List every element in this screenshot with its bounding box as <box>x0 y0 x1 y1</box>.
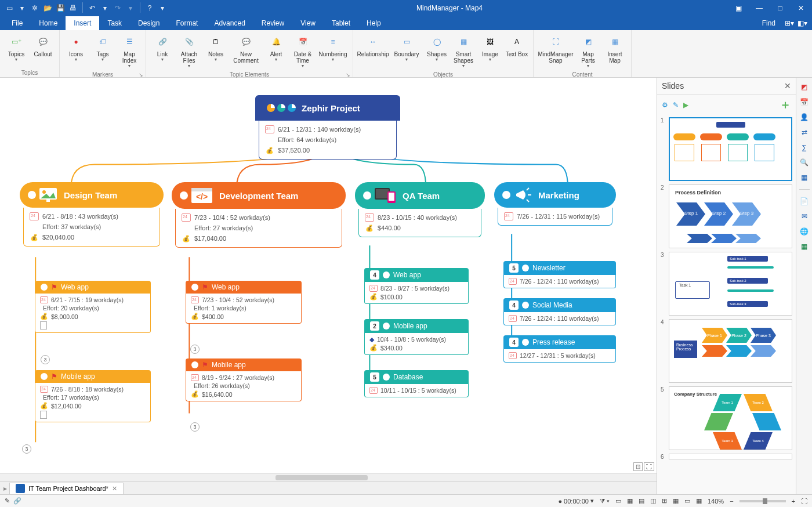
undo-icon[interactable]: ↶ <box>86 2 98 14</box>
side-document-icon[interactable]: 📄 <box>799 195 810 207</box>
tab-task[interactable]: Task <box>99 16 130 30</box>
new-doc-icon[interactable]: ▭ <box>3 2 15 14</box>
status-view4-icon[interactable]: ◫ <box>650 497 656 505</box>
ribbon-smartshapes[interactable]: ▦Smart Shapes▼ <box>451 32 476 69</box>
zoom-out-icon[interactable]: − <box>730 498 733 505</box>
tab-home[interactable]: Home <box>31 16 66 30</box>
tab-nav-icon[interactable]: ▸ <box>3 484 7 492</box>
ribbon-topics[interactable]: ▭⁺Topics▼ <box>3 32 29 63</box>
tab-view[interactable]: View <box>292 16 324 30</box>
count-badge[interactable]: 3 <box>190 422 200 432</box>
slides-close-icon[interactable]: ✕ <box>784 81 791 90</box>
ribbon-options-icon[interactable]: ▣ <box>731 4 746 12</box>
slides-edit-icon[interactable]: ✎ <box>673 101 679 109</box>
canvas-nav-icon[interactable]: ⊡ <box>633 462 643 471</box>
status-view2-icon[interactable]: ▦ <box>627 497 633 505</box>
ribbon-notes[interactable]: 🗒Notes▼ <box>203 32 229 63</box>
status-pointer-icon[interactable]: ✎ <box>5 497 10 505</box>
subtopic-qa-mobile[interactable]: 2Mobile app ◆10/4 - 10/8 : 5 workday(s) … <box>364 319 469 355</box>
tab-close-icon[interactable]: ✕ <box>112 485 117 492</box>
ribbon-relationship[interactable]: ↔Relationship <box>357 32 389 59</box>
ribbon-image[interactable]: 🖼Image▼ <box>477 32 503 63</box>
map-canvas[interactable]: Zephir Project 6/21 - 12/31 : 140 workda… <box>0 78 657 494</box>
count-badge[interactable]: 3 <box>22 444 31 454</box>
tab-review[interactable]: Review <box>253 16 292 30</box>
zoom-in-icon[interactable]: + <box>792 498 795 505</box>
ribbon-shapes[interactable]: ◯Shapes▼ <box>424 32 449 63</box>
ribbon-alert[interactable]: 🔔Alert▼ <box>263 32 289 63</box>
help-dd-icon[interactable]: ▾ <box>157 2 168 14</box>
undo-dd-icon[interactable]: ▾ <box>99 2 111 14</box>
side-search-icon[interactable]: 🔍 <box>799 157 810 168</box>
slides-add-icon[interactable]: ＋ <box>780 97 791 113</box>
slide-item[interactable]: 3 Task 1 Sub-task 1 Sub-task 2 Sub-task … <box>661 252 792 316</box>
ribbon-tags[interactable]: 🏷Tags▼ <box>90 32 115 63</box>
slide-item[interactable]: 4 Business Process Phase 1 Phase 2 Phase… <box>661 319 792 383</box>
ribbon-icons[interactable]: ●Icons▼ <box>63 32 89 63</box>
tab-design[interactable]: Design <box>130 16 168 30</box>
status-link-icon[interactable]: 🔗 <box>13 497 21 505</box>
menu-opt1-icon[interactable]: ⊞▾ <box>785 19 794 27</box>
horizontal-scrollbar[interactable] <box>0 473 657 481</box>
branch-marketing[interactable]: Marketing 7/26 - 12/31 : 115 workday(s) <box>494 182 616 226</box>
zoom-fit-icon[interactable]: ⛶ <box>801 498 807 505</box>
tab-format[interactable]: Format <box>168 16 206 30</box>
count-badge[interactable]: 3 <box>190 345 200 354</box>
maximize-icon[interactable]: □ <box>773 4 788 12</box>
tab-tablet[interactable]: Tablet <box>324 16 358 30</box>
branch-qa[interactable]: QA Team 8/23 - 10/15 : 40 workday(s) $44… <box>355 182 485 237</box>
subtopic-qa-webapp[interactable]: 4Web app 8/23 - 8/27 : 5 workday(s) $100… <box>364 268 469 304</box>
tab-file[interactable]: File <box>3 16 31 30</box>
document-tab[interactable]: IT Team Project Dashboard* ✕ <box>9 483 124 494</box>
find-label[interactable]: Find <box>753 16 785 30</box>
zoom-label[interactable]: 140% <box>708 498 724 505</box>
status-view7-icon[interactable]: ▭ <box>684 497 690 505</box>
status-view3-icon[interactable]: ▤ <box>639 497 644 505</box>
count-badge[interactable]: 3 <box>41 355 50 364</box>
side-equation-icon[interactable]: ∑ <box>799 142 810 153</box>
open-icon[interactable]: 📂 <box>42 2 53 14</box>
side-web-icon[interactable]: 🌐 <box>799 226 810 237</box>
subtopic-design-webapp[interactable]: Web app 6/21 - 7/15 : 19 workday(s) Effo… <box>35 281 151 333</box>
subtopic-qa-database[interactable]: 5Database 10/11 - 10/15 : 5 workday(s) <box>364 370 469 397</box>
slides-list[interactable]: 1 2 Process Definition Step 1 Step 2 Ste… <box>657 115 796 494</box>
tab-advanced[interactable]: Advanced <box>206 16 253 30</box>
side-layers-icon[interactable]: ▦ <box>799 172 810 183</box>
ribbon-textbox[interactable]: AText Box <box>504 32 530 59</box>
status-view6-icon[interactable]: ▦ <box>673 497 679 505</box>
subtopic-dev-mobile[interactable]: Mobile app 8/19 - 9/24 : 27 workday(s) E… <box>186 358 302 401</box>
side-user-icon[interactable]: 👤 <box>799 111 810 123</box>
side-slides-icon[interactable]: ◩ <box>799 81 810 93</box>
subtopic-mkt-newsletter[interactable]: 5Newsletter 7/26 - 12/24 : 110 workday(s… <box>503 261 616 288</box>
canvas-fit-icon[interactable]: ⛶ <box>644 462 654 471</box>
redo-dd-icon[interactable]: ▾ <box>125 2 136 14</box>
subtopic-design-mobile[interactable]: Mobile app 7/26 - 8/18 : 18 workday(s) E… <box>35 370 151 422</box>
save-icon[interactable]: 💾 <box>55 2 66 14</box>
side-calendar-icon[interactable]: 📅 <box>799 96 810 108</box>
slide-item[interactable]: 2 Process Definition Step 1 Step 2 Step … <box>661 184 792 248</box>
branch-design[interactable]: Design Team 6/21 - 8/18 : 43 workday(s) … <box>20 182 164 247</box>
ribbon-numbering[interactable]: ≡Numbering▼ <box>317 32 349 63</box>
slide-item[interactable]: 1 <box>661 117 792 181</box>
status-view1-icon[interactable]: ▭ <box>615 497 621 505</box>
root-topic[interactable]: Zephir Project 6/21 - 12/31 : 140 workda… <box>255 95 400 160</box>
ribbon-mapparts[interactable]: ◩Map Parts▼ <box>575 32 601 69</box>
ribbon-mapindex[interactable]: ☰Map Index▼ <box>117 32 142 69</box>
side-outlook-icon[interactable]: ✉ <box>799 211 810 222</box>
help-icon[interactable]: ? <box>144 2 155 14</box>
slide-item[interactable]: 5 Company Structure Team 1 Team 2 Team 3… <box>661 386 792 450</box>
subtopic-mkt-press[interactable]: 4Press release 12/27 - 12/31 : 5 workday… <box>503 335 616 363</box>
ribbon-boundary[interactable]: ▭Boundary▼ <box>390 32 423 63</box>
ribbon-datetime[interactable]: 📅Date & Time▼ <box>290 32 316 69</box>
slides-play-icon[interactable]: ▶ <box>683 101 688 109</box>
tab-insert[interactable]: Insert <box>66 16 99 30</box>
subtopic-dev-webapp[interactable]: Web app 7/23 - 10/4 : 52 workday(s) Effo… <box>186 281 302 324</box>
markers-dialog-icon[interactable]: ↘ <box>139 72 143 78</box>
side-transfer-icon[interactable]: ⇄ <box>799 126 810 138</box>
slide-item[interactable]: 6 <box>661 454 792 460</box>
branch-development[interactable]: </> Development Team 7/23 - 10/4 : 52 wo… <box>172 182 346 248</box>
status-view8-icon[interactable]: ▦ <box>696 497 702 505</box>
tab-help[interactable]: Help <box>358 16 389 30</box>
new-dd-icon[interactable]: ▾ <box>16 2 28 14</box>
status-filter-icon[interactable]: ⧩ ▾ <box>600 497 610 505</box>
